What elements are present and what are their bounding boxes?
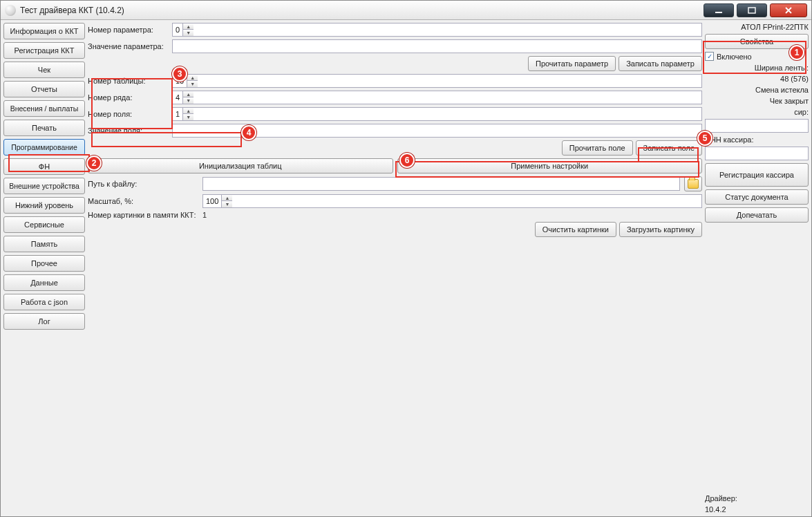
enabled-checkbox[interactable]: ✓ xyxy=(705,52,714,61)
row-number-label: Номер ряда: xyxy=(88,93,168,102)
field-number-label: Номер поля: xyxy=(88,110,168,118)
register-cashier-button[interactable]: Регистрация кассира xyxy=(705,163,809,187)
spin-icon[interactable]: ▲▼ xyxy=(221,195,232,207)
clear-images-button[interactable]: Очистить картинки xyxy=(535,222,616,237)
sidebar-item-other[interactable]: Прочее xyxy=(3,255,85,272)
sidebar-item-check[interactable]: Чек xyxy=(3,62,85,78)
sidebar-item-lowlevel[interactable]: Нижний уровень xyxy=(3,197,85,214)
param-number-value: 0 xyxy=(176,26,180,34)
field-value-label: Значение поля: xyxy=(88,126,168,135)
sir-label: сир: xyxy=(705,108,809,116)
close-button[interactable] xyxy=(770,3,807,17)
read-param-button[interactable]: Прочитать параметр xyxy=(528,56,616,71)
callout-2: 2 xyxy=(86,156,102,171)
enabled-label: Включено xyxy=(717,53,752,61)
param-value-label: Значение параметра: xyxy=(88,42,168,50)
callout-3: 3 xyxy=(172,66,187,82)
table-number-input[interactable]: 10 ▲▼ xyxy=(172,74,702,88)
sidebar-item-print[interactable]: Печать xyxy=(3,120,85,136)
callout-4: 4 xyxy=(241,125,256,140)
row-number-value: 4 xyxy=(176,93,180,102)
window-title: Тест драйвера ККТ (10.4.2) xyxy=(20,6,704,15)
check-status: Чек закрыт xyxy=(705,97,809,105)
app-icon xyxy=(5,5,16,16)
param-value-input[interactable] xyxy=(172,39,702,53)
folder-icon xyxy=(688,179,699,189)
sidebar-item-fn[interactable]: ФН xyxy=(3,158,85,175)
sidebar-item-ext-devices[interactable]: Внешние устройства xyxy=(3,178,85,194)
sidebar-item-memory[interactable]: Память xyxy=(3,236,85,252)
svg-rect-1 xyxy=(748,8,755,13)
cashier-inn-input[interactable] xyxy=(705,147,809,160)
spin-icon[interactable]: ▲▼ xyxy=(182,91,193,104)
spin-icon[interactable]: ▲▼ xyxy=(182,24,193,36)
write-field-button[interactable]: Записать поле xyxy=(636,140,702,156)
cashier-inn-label: ИНН кассира: xyxy=(705,135,809,144)
write-param-button[interactable]: Записать параметр xyxy=(619,56,702,71)
scale-input[interactable]: 100 ▲▼ xyxy=(202,194,702,208)
maximize-button[interactable] xyxy=(737,3,767,17)
sir-input[interactable] xyxy=(705,119,809,133)
load-image-button[interactable]: Загрузить картинку xyxy=(619,222,702,237)
spin-icon[interactable]: ▲▼ xyxy=(182,108,193,120)
tape-width-value: 48 (576) xyxy=(705,75,809,83)
param-number-label: Номер параметра: xyxy=(88,26,168,34)
device-name: АТОЛ FPrint-22ПТК xyxy=(705,23,809,31)
field-number-value: 1 xyxy=(176,110,180,118)
spin-icon[interactable]: ▲▼ xyxy=(187,75,198,87)
scale-label: Масштаб, %: xyxy=(88,197,198,205)
callout-1: 1 xyxy=(789,45,804,60)
scale-value: 100 xyxy=(206,197,218,205)
img-number-value: 1 xyxy=(202,211,702,219)
tape-width-label: Ширина ленты: xyxy=(705,64,809,72)
row-number-input[interactable]: 4 ▲▼ xyxy=(172,91,702,104)
init-tables-button[interactable]: Инициализация таблиц xyxy=(88,158,393,173)
param-number-input[interactable]: 0 ▲▼ xyxy=(172,23,702,37)
file-path-label: Путь к файлу: xyxy=(88,180,198,188)
sidebar-item-info[interactable]: Информация о ККТ xyxy=(3,23,85,39)
titlebar: Тест драйвера ККТ (10.4.2) xyxy=(1,1,811,20)
sidebar-item-service[interactable]: Сервисные xyxy=(3,216,85,233)
callout-6: 6 xyxy=(399,153,415,168)
right-panel: АТОЛ FPrint-22ПТК Свойства ✓ Включено Ши… xyxy=(705,23,809,514)
sidebar-item-registration[interactable]: Регистрация ККТ xyxy=(3,42,85,59)
sidebar-item-data[interactable]: Данные xyxy=(3,274,85,291)
sidebar: Информация о ККТ Регистрация ККТ Чек Отч… xyxy=(3,23,85,514)
read-field-button[interactable]: Прочитать поле xyxy=(562,140,633,156)
file-path-input[interactable] xyxy=(202,177,680,191)
driver-label: Драйвер: xyxy=(705,494,809,502)
sidebar-item-json[interactable]: Работа с json xyxy=(3,294,85,310)
img-number-label: Номер картинки в памяти ККТ: xyxy=(88,211,198,219)
reprint-button[interactable]: Допечатать xyxy=(705,207,809,223)
callout-5: 5 xyxy=(697,131,712,146)
center-panel: Номер параметра: 0 ▲▼ Значение параметра… xyxy=(88,23,702,514)
field-number-input[interactable]: 1 ▲▼ xyxy=(172,107,702,121)
doc-status-button[interactable]: Статус документа xyxy=(705,189,809,205)
driver-version: 10.4.2 xyxy=(705,505,809,514)
minimize-button[interactable] xyxy=(704,3,734,17)
sidebar-item-reports[interactable]: Отчеты xyxy=(3,81,85,97)
browse-button[interactable] xyxy=(684,176,702,191)
sidebar-item-programming[interactable]: Программирование xyxy=(3,139,85,156)
sidebar-item-deposits[interactable]: Внесения / выплаты xyxy=(3,100,85,117)
svg-rect-0 xyxy=(715,12,722,13)
table-number-label: Номер таблицы: xyxy=(88,77,168,85)
apply-settings-button[interactable]: Применить настройки xyxy=(397,158,703,173)
sidebar-item-log[interactable]: Лог xyxy=(3,313,85,330)
shift-status: Смена истекла xyxy=(705,86,809,94)
